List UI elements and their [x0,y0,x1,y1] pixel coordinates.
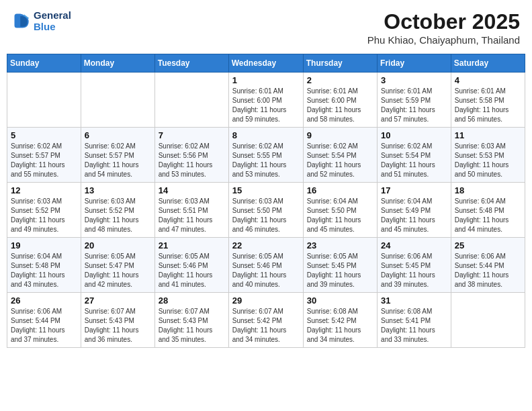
month-title: October 2025 [367,9,520,34]
calendar-week-row: 26 Sunrise: 6:06 AMSunset: 5:44 PMDaylig… [7,293,525,348]
day-info: Sunrise: 6:04 AMSunset: 5:50 PMDaylight:… [307,197,373,234]
table-row: 21 Sunrise: 6:05 AMSunset: 5:46 PMDaylig… [154,238,228,293]
table-row: 1 Sunrise: 6:01 AMSunset: 6:00 PMDayligh… [228,73,303,128]
table-row: 20 Sunrise: 6:05 AMSunset: 5:47 PMDaylig… [81,238,154,293]
day-number: 4 [455,75,521,85]
day-info: Sunrise: 6:03 AMSunset: 5:50 PMDaylight:… [232,197,300,234]
table-row: 10 Sunrise: 6:02 AMSunset: 5:54 PMDaylig… [378,128,451,183]
day-number: 31 [381,295,447,306]
logo-text: General Blue [34,9,71,32]
table-row: 18 Sunrise: 6:04 AMSunset: 5:48 PMDaylig… [451,183,525,238]
col-tuesday: Tuesday [154,54,228,73]
page-header: General Blue October 2025 Phu Khiao, Cha… [7,7,525,48]
table-row [451,293,525,348]
day-info: Sunrise: 6:08 AMSunset: 5:41 PMDaylight:… [381,307,447,345]
day-info: Sunrise: 6:04 AMSunset: 5:48 PMDaylight:… [11,252,77,289]
day-number: 26 [11,295,77,306]
table-row: 12 Sunrise: 6:03 AMSunset: 5:52 PMDaylig… [7,183,81,238]
calendar-week-row: 12 Sunrise: 6:03 AMSunset: 5:52 PMDaylig… [7,183,525,238]
day-number: 13 [85,185,151,195]
table-row: 6 Sunrise: 6:02 AMSunset: 5:57 PMDayligh… [81,128,154,183]
day-number: 22 [232,240,300,250]
table-row: 23 Sunrise: 6:05 AMSunset: 5:45 PMDaylig… [303,238,377,293]
location: Phu Khiao, Chaiyaphum, Thailand [367,34,520,46]
table-row: 7 Sunrise: 6:02 AMSunset: 5:56 PMDayligh… [154,128,228,183]
calendar-table: Sunday Monday Tuesday Wednesday Thursday… [7,54,525,348]
table-row: 16 Sunrise: 6:04 AMSunset: 5:50 PMDaylig… [303,183,377,238]
day-number: 25 [455,240,521,250]
day-number: 6 [85,130,151,140]
table-row: 3 Sunrise: 6:01 AMSunset: 5:59 PMDayligh… [378,73,451,128]
calendar-week-row: 1 Sunrise: 6:01 AMSunset: 6:00 PMDayligh… [7,73,525,128]
day-info: Sunrise: 6:02 AMSunset: 5:54 PMDaylight:… [381,142,447,179]
table-row: 17 Sunrise: 6:04 AMSunset: 5:49 PMDaylig… [378,183,451,238]
day-number: 3 [381,75,447,85]
day-info: Sunrise: 6:02 AMSunset: 5:57 PMDaylight:… [85,142,151,179]
logo: General Blue [12,9,71,32]
title-block: October 2025 Phu Khiao, Chaiyaphum, Thai… [367,9,520,46]
calendar-week-row: 5 Sunrise: 6:02 AMSunset: 5:57 PMDayligh… [7,128,525,183]
col-monday: Monday [81,54,154,73]
day-number: 14 [159,185,225,195]
day-number: 23 [307,240,373,250]
day-number: 19 [11,240,77,250]
day-info: Sunrise: 6:04 AMSunset: 5:48 PMDaylight:… [455,197,521,234]
day-info: Sunrise: 6:07 AMSunset: 5:43 PMDaylight:… [85,307,151,345]
day-info: Sunrise: 6:01 AMSunset: 5:59 PMDaylight:… [381,87,447,124]
day-number: 29 [232,295,300,306]
table-row: 5 Sunrise: 6:02 AMSunset: 5:57 PMDayligh… [7,128,81,183]
table-row [7,73,81,128]
table-row: 25 Sunrise: 6:06 AMSunset: 5:44 PMDaylig… [451,238,525,293]
day-info: Sunrise: 6:04 AMSunset: 5:49 PMDaylight:… [381,197,447,234]
day-number: 20 [85,240,151,250]
table-row: 19 Sunrise: 6:04 AMSunset: 5:48 PMDaylig… [7,238,81,293]
table-row: 11 Sunrise: 6:03 AMSunset: 5:53 PMDaylig… [451,128,525,183]
table-row: 22 Sunrise: 6:05 AMSunset: 5:46 PMDaylig… [228,238,303,293]
day-number: 27 [85,295,151,306]
day-info: Sunrise: 6:03 AMSunset: 5:52 PMDaylight:… [11,197,77,234]
day-info: Sunrise: 6:06 AMSunset: 5:44 PMDaylight:… [455,252,521,289]
table-row: 2 Sunrise: 6:01 AMSunset: 6:00 PMDayligh… [303,73,377,128]
day-info: Sunrise: 6:06 AMSunset: 5:44 PMDaylight:… [11,307,77,345]
day-number: 16 [307,185,373,195]
day-number: 5 [11,130,77,140]
day-info: Sunrise: 6:05 AMSunset: 5:47 PMDaylight:… [85,252,151,289]
day-number: 10 [381,130,447,140]
table-row: 8 Sunrise: 6:02 AMSunset: 5:55 PMDayligh… [228,128,303,183]
logo-icon [12,11,31,30]
table-row: 15 Sunrise: 6:03 AMSunset: 5:50 PMDaylig… [228,183,303,238]
day-info: Sunrise: 6:05 AMSunset: 5:45 PMDaylight:… [307,252,373,289]
table-row: 13 Sunrise: 6:03 AMSunset: 5:52 PMDaylig… [81,183,154,238]
table-row: 30 Sunrise: 6:08 AMSunset: 5:42 PMDaylig… [303,293,377,348]
day-info: Sunrise: 6:05 AMSunset: 5:46 PMDaylight:… [232,252,300,289]
day-number: 2 [307,75,373,85]
day-number: 18 [455,185,521,195]
day-number: 8 [232,130,300,140]
day-number: 24 [381,240,447,250]
day-info: Sunrise: 6:07 AMSunset: 5:42 PMDaylight:… [232,307,300,345]
col-wednesday: Wednesday [228,54,303,73]
day-info: Sunrise: 6:06 AMSunset: 5:45 PMDaylight:… [381,252,447,289]
day-info: Sunrise: 6:01 AMSunset: 5:58 PMDaylight:… [455,87,521,124]
col-thursday: Thursday [303,54,377,73]
day-number: 30 [307,295,373,306]
calendar-header-row: Sunday Monday Tuesday Wednesday Thursday… [7,54,525,73]
table-row [81,73,154,128]
day-info: Sunrise: 6:02 AMSunset: 5:55 PMDaylight:… [232,142,300,179]
day-info: Sunrise: 6:02 AMSunset: 5:54 PMDaylight:… [307,142,373,179]
day-info: Sunrise: 6:03 AMSunset: 5:51 PMDaylight:… [159,197,225,234]
day-number: 28 [159,295,225,306]
col-saturday: Saturday [451,54,525,73]
table-row: 27 Sunrise: 6:07 AMSunset: 5:43 PMDaylig… [81,293,154,348]
table-row [154,73,228,128]
table-row: 9 Sunrise: 6:02 AMSunset: 5:54 PMDayligh… [303,128,377,183]
day-number: 21 [159,240,225,250]
table-row: 28 Sunrise: 6:07 AMSunset: 5:43 PMDaylig… [154,293,228,348]
day-number: 17 [381,185,447,195]
day-number: 12 [11,185,77,195]
day-info: Sunrise: 6:03 AMSunset: 5:52 PMDaylight:… [85,197,151,234]
day-info: Sunrise: 6:07 AMSunset: 5:43 PMDaylight:… [159,307,225,345]
day-number: 1 [232,75,300,85]
day-info: Sunrise: 6:02 AMSunset: 5:57 PMDaylight:… [11,142,77,179]
day-info: Sunrise: 6:02 AMSunset: 5:56 PMDaylight:… [159,142,225,179]
